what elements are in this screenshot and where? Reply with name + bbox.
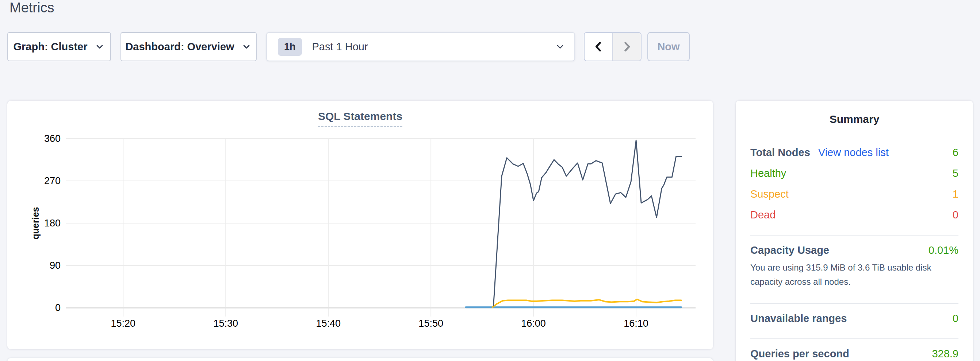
svg-text:360: 360	[44, 133, 60, 144]
capacity-usage-value: 0.01%	[929, 244, 958, 256]
chevron-left-icon	[592, 41, 605, 53]
page-title: Metrics	[10, 0, 54, 16]
dead-nodes-row: Dead 0	[750, 209, 958, 221]
total-nodes-row: Total Nodes View nodes list 6	[750, 147, 958, 158]
svg-text:queries: queries	[30, 207, 41, 239]
suspect-nodes-row: Suspect 1	[750, 188, 958, 200]
next-chart-card-partial	[7, 358, 713, 361]
dead-label: Dead	[750, 209, 776, 221]
healthy-nodes-row: Healthy 5	[750, 167, 958, 179]
divider	[750, 303, 958, 304]
graph-dropdown[interactable]: Graph: Cluster	[7, 32, 111, 61]
divider	[750, 339, 958, 339]
svg-text:16:10: 16:10	[624, 318, 649, 329]
svg-text:15:20: 15:20	[111, 318, 136, 329]
now-button[interactable]: Now	[648, 32, 690, 61]
queries-per-second-row: Queries per second 328.9	[750, 348, 958, 360]
total-nodes-label: Total Nodes	[750, 147, 810, 158]
summary-panel: Summary Total Nodes View nodes list 6 He…	[736, 101, 973, 361]
queries-per-second-value: 328.9	[932, 348, 958, 360]
chevron-down-icon	[241, 41, 252, 52]
sql-statements-chart-card: 09018027036015:2015:3015:4015:5016:0016:…	[7, 101, 713, 349]
previous-timespan-button[interactable]	[585, 33, 613, 60]
svg-text:180: 180	[44, 218, 60, 229]
healthy-label: Healthy	[750, 167, 786, 179]
svg-text:270: 270	[44, 176, 60, 186]
svg-text:16:00: 16:00	[521, 318, 546, 329]
unavailable-ranges-label: Unavailable ranges	[750, 312, 847, 325]
unavailable-ranges-row: Unavailable ranges 0	[750, 312, 958, 325]
unavailable-ranges-value: 0	[953, 312, 958, 325]
svg-text:0: 0	[55, 302, 60, 313]
capacity-usage-label: Capacity Usage	[750, 244, 829, 256]
summary-title: Summary	[750, 113, 958, 125]
suspect-label: Suspect	[750, 188, 789, 200]
svg-text:15:40: 15:40	[316, 318, 340, 329]
capacity-usage-row: Capacity Usage 0.01%	[750, 244, 958, 256]
time-range-selector[interactable]: 1h Past 1 Hour	[266, 32, 575, 61]
dead-value: 0	[953, 209, 958, 221]
svg-text:15:30: 15:30	[213, 318, 238, 329]
chevron-down-icon	[555, 41, 566, 52]
next-timespan-button[interactable]	[613, 33, 641, 60]
divider	[750, 235, 958, 236]
chart-title[interactable]: SQL Statements	[318, 110, 402, 127]
time-step-buttons	[584, 32, 641, 61]
suspect-value: 1	[953, 188, 958, 200]
dashboard-dropdown-label: Dashboard: Overview	[125, 41, 234, 53]
svg-text:90: 90	[50, 260, 60, 271]
time-range-label: Past 1 Hour	[312, 41, 555, 53]
chevron-down-icon	[94, 41, 105, 52]
sql-statements-chart-plot[interactable]: 09018027036015:2015:3015:4015:5016:0016:…	[7, 101, 713, 349]
time-range-badge: 1h	[278, 38, 302, 56]
total-nodes-value: 6	[953, 147, 958, 158]
dashboard-dropdown[interactable]: Dashboard: Overview	[121, 32, 257, 61]
healthy-value: 5	[953, 167, 958, 179]
queries-per-second-label: Queries per second	[750, 348, 849, 360]
chevron-right-icon	[621, 41, 633, 53]
view-nodes-list-link[interactable]: View nodes list	[818, 147, 889, 158]
svg-text:15:50: 15:50	[418, 318, 443, 329]
graph-dropdown-label: Graph: Cluster	[13, 41, 87, 53]
capacity-usage-description: You are using 315.9 MiB of 3.6 TiB usabl…	[750, 261, 958, 289]
